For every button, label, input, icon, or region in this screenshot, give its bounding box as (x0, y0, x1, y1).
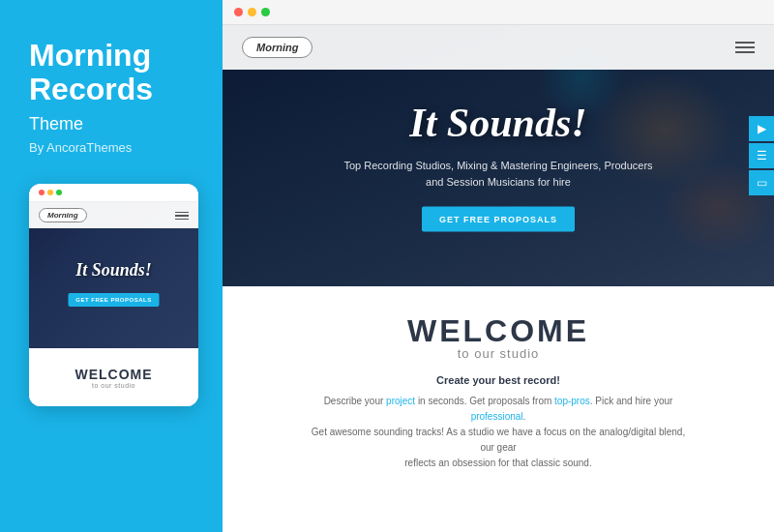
mobile-dot-green (56, 190, 62, 195)
mobile-welcome-title: WELCOME (39, 367, 189, 382)
mobile-welcome-section: WELCOME to our studio (29, 348, 198, 406)
mobile-mockup: Morning It Sounds! GET FREE PROPOSALS WE… (29, 184, 198, 406)
desc-text-3: . Pick and hire your (590, 396, 673, 406)
mobile-traffic-lights (39, 190, 62, 195)
desktop-welcome-section: WELCOME to our studio Create your best r… (223, 286, 774, 532)
desc-text-1: Describe your (324, 396, 386, 406)
desktop-dot-yellow (248, 8, 256, 16)
mobile-welcome-sub: to our studio (39, 382, 189, 389)
mobile-logo: Morning (39, 208, 87, 222)
hero-content: It Sounds! Top Recording Studios, Mixing… (278, 100, 719, 232)
hero-title: It Sounds! (278, 100, 719, 146)
floating-icon-3[interactable]: ▭ (749, 170, 774, 195)
desktop-dot-green (261, 8, 270, 16)
hero-subtitle: Top Recording Studios, Mixing & Masterin… (278, 158, 719, 190)
right-panel: Morning It Sounds! Top Recording Studios… (223, 0, 774, 532)
mobile-dot-red (39, 190, 45, 195)
brand-title: Morning Records (29, 39, 153, 106)
desc-link-top-pros[interactable]: top-pros (554, 396, 590, 406)
desktop-nav: Morning (223, 25, 774, 70)
floating-icon-2[interactable]: ☰ (749, 143, 774, 168)
mobile-hero-content: It Sounds! GET FREE PROPOSALS (29, 260, 198, 307)
desc-link-professional[interactable]: professional (471, 411, 523, 422)
desktop-logo: Morning (242, 37, 313, 58)
floating-icon-1[interactable]: ▶ (749, 116, 774, 141)
mobile-cta-button[interactable]: GET FREE PROPOSALS (68, 293, 159, 307)
mobile-nav: Morning (29, 202, 198, 228)
hero-cta-button[interactable]: GET FREE PROPOSALS (422, 207, 575, 232)
floating-icons-panel: ▶ ☰ ▭ (749, 116, 774, 195)
mobile-top-bar (29, 184, 198, 202)
mobile-hero-title: It Sounds! (29, 260, 198, 281)
desktop-mockup: Morning It Sounds! Top Recording Studios… (223, 0, 774, 532)
mobile-hamburger-icon[interactable] (175, 212, 189, 221)
mobile-dot-yellow (47, 190, 53, 195)
left-panel: Morning Records Theme By AncoraThemes Mo… (0, 0, 223, 532)
desktop-traffic-lights (234, 8, 270, 16)
desktop-welcome-sub: to our studio (261, 346, 735, 361)
desktop-dot-red (234, 8, 243, 16)
desktop-welcome-desc: Describe your project in seconds. Get pr… (305, 394, 692, 471)
desktop-welcome-title: WELCOME (261, 315, 735, 346)
brand-byline: By AncoraThemes (29, 140, 132, 155)
mobile-hero: Morning It Sounds! GET FREE PROPOSALS (29, 202, 198, 348)
desc-text-2: in seconds. Get proposals from (415, 396, 554, 406)
desc-link-project[interactable]: project (386, 396, 415, 406)
desktop-hamburger-icon[interactable] (735, 42, 755, 53)
desktop-hero: Morning It Sounds! Top Recording Studios… (223, 25, 774, 286)
desktop-welcome-tagline: Create your best record! (261, 374, 735, 386)
desktop-top-bar (223, 0, 774, 25)
brand-subtitle: Theme (29, 114, 83, 134)
